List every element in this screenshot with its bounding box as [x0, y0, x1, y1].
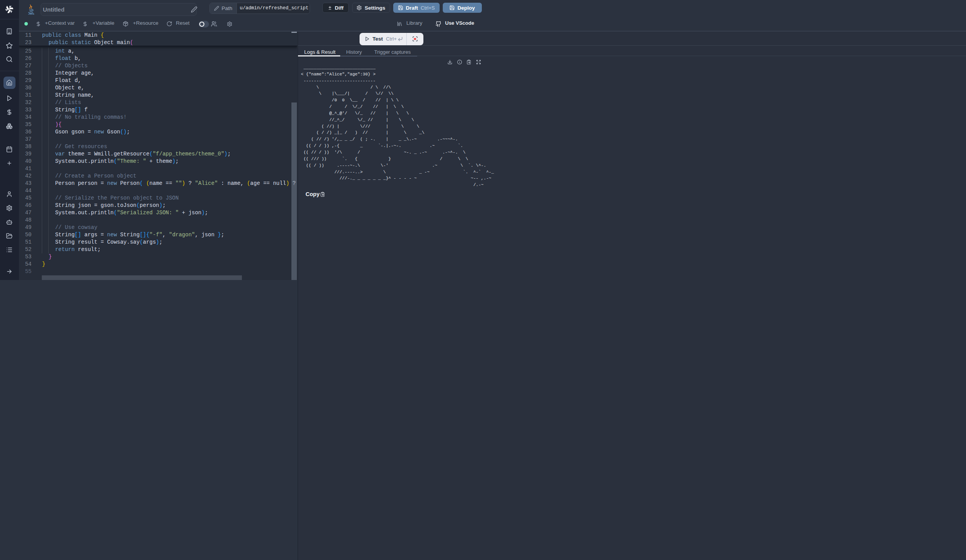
svg-text:Java: Java	[28, 12, 34, 15]
